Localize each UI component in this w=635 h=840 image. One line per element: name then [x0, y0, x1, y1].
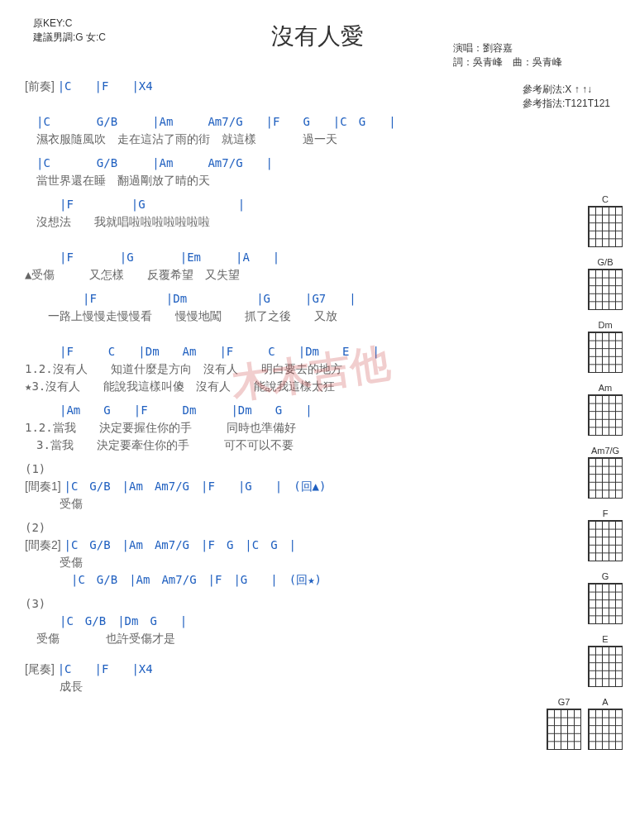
intro-label: [前奏] [25, 79, 55, 93]
v1c-lyric: 沒想法 我就唱啦啦啦啦啦啦啦 [25, 213, 521, 231]
chord-dg-e: E [588, 634, 623, 687]
suggest-key-text: 建議男調:G 女:C [33, 31, 182, 45]
inter1-label: [間奏1] [25, 480, 61, 493]
chord-dg-am7g: Am7/G [588, 446, 623, 499]
v1a-lyric: 濕衣服隨風吹 走在這沾了雨的街 就這樣 過一天 [25, 131, 521, 148]
song-title: 沒有人愛 [182, 17, 453, 52]
num-3: (3) [25, 595, 610, 613]
v1b-chords: |C G/B |Am Am7/G | [25, 155, 521, 172]
i3-chords: |C G/B |Dm G | [25, 613, 521, 630]
v1a-chords: |C G/B |Am Am7/G |F G |C G | [25, 113, 521, 131]
pre-chords: |F |G |Em |A | [25, 249, 521, 266]
chord-dg-g7: G7 [547, 697, 581, 750]
chord-dg-c: C [588, 194, 623, 247]
v1c-chords: |F |G | [25, 196, 521, 213]
v1b-lyric: 當世界還在睡 翻過剛放了晴的天 [25, 172, 521, 189]
chord-dg-gb: G/B [588, 257, 623, 310]
chorus-lyric1: 1.2.沒有人 知道什麼是方向 沒有人 明白要去的地方 [25, 360, 521, 378]
performer-text: 演唱：劉容嘉 [453, 41, 602, 55]
inter2-chords2: |C G/B |Am Am7/G |F |G | (回★) [25, 571, 521, 589]
chord-diagrams-panel: C G/B Dm Am Am7/G F G E G7 A [523, 194, 623, 750]
inter2-lyric: 受傷 [25, 554, 521, 571]
pre-chords2: |F |Dm |G |G7 | [25, 290, 521, 308]
num-1: (1) [25, 461, 610, 478]
reference-box: 參考刷法:X ↑ ↑↓ 參考指法:T121T121 [523, 83, 610, 111]
inter2-label: [間奏2] [25, 538, 61, 551]
pre-lyric2: 一路上慢慢走慢慢看 慢慢地闖 抓了之後 又放 [25, 308, 521, 325]
intro-chords: |C |F |X4 [58, 79, 153, 93]
chorus-lyric2: ★3.沒有人 能說我這樣叫傻 沒有人 能說我這樣太狂 [25, 378, 521, 395]
chorus-chords3: |Am G |F Dm |Dm G | [25, 402, 521, 419]
chord-dg-a: A [588, 697, 623, 750]
strum-ref: 參考刷法:X ↑ ↑↓ [523, 83, 610, 97]
outro-lyric: 成長 [25, 678, 521, 695]
num-2: (2) [25, 519, 610, 537]
original-key-text: 原KEY:C [33, 17, 182, 31]
pre-lyric: ▲受傷 又怎樣 反覆希望 又失望 [25, 266, 521, 284]
outro-chords: |C |F |X4 [58, 662, 153, 675]
chord-dg-dm: Dm [588, 320, 623, 373]
inter2-chords: |C G/B |Am Am7/G |F G |C G | [64, 538, 296, 551]
i3-lyric: 受傷 也許受傷才是 [25, 630, 521, 647]
outro-label: [尾奏] [25, 662, 55, 675]
finger-ref: 參考指法:T121T121 [523, 97, 610, 111]
chord-dg-g: G [588, 571, 623, 624]
inter1-chords: |C G/B |Am Am7/G |F |G | (回▲) [64, 480, 326, 493]
credits-text: 詞：吳青峰 曲：吳青峰 [453, 55, 602, 69]
chord-dg-f: F [588, 508, 623, 561]
chorus-lyric3: 1.2.當我 決定要握住你的手 同時也準備好 [25, 419, 521, 437]
inter1-lyric: 受傷 [25, 495, 521, 513]
chord-dg-am: Am [588, 383, 623, 436]
chorus-lyric4: 3.當我 決定要牽住你的手 可不可以不要 [25, 437, 521, 454]
chorus-chords: |F C |Dm Am |F C |Dm E | [25, 343, 521, 360]
